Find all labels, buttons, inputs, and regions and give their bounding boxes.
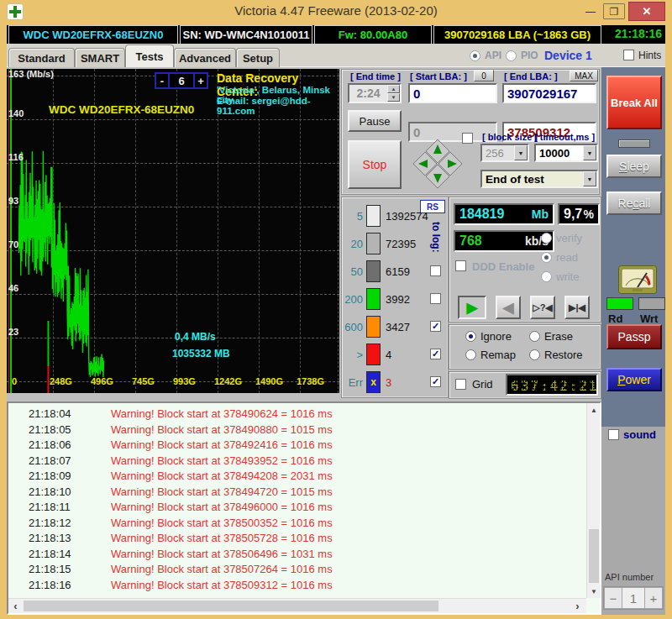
end-lba-input[interactable]: 3907029167 [502, 83, 596, 103]
log-time: 21:18:15 [29, 563, 96, 575]
scroll-right-icon[interactable]: › [570, 599, 585, 613]
log-time: 21:18:05 [29, 423, 96, 436]
busy-led-strip [618, 139, 650, 148]
x-axis-tick: 745G [132, 376, 155, 386]
window-title: Victoria 4.47 Freeware (2013-02-20) [0, 3, 672, 18]
end-action-dropdown-icon[interactable]: ▼ [583, 171, 596, 186]
start-lba-label: [ Start LBA: ] [410, 71, 467, 81]
stop-button[interactable]: Stop [348, 140, 402, 189]
device-selector-label[interactable]: Device 1 [544, 49, 592, 62]
api-radio[interactable] [470, 50, 480, 61]
nav-option-checkbox[interactable] [462, 133, 473, 144]
api-number-spinner[interactable]: − 1 + [603, 586, 664, 610]
latency-bucket-label: 50 [341, 265, 363, 278]
log-row[interactable]: 21:18:07Warning! Block start at 37849395… [29, 454, 333, 469]
bad-action-radio-erase[interactable] [529, 331, 540, 342]
break-all-button[interactable]: Break All [606, 76, 662, 129]
end-lba-max-button[interactable]: MAX [570, 70, 598, 81]
timeout-dropdown-icon[interactable]: ▼ [583, 145, 596, 160]
end-time-down-icon[interactable]: ▼ [387, 93, 400, 102]
sleep-button[interactable]: Sleep [606, 155, 662, 178]
tab-advanced[interactable]: Advanced [174, 48, 236, 67]
log-time: 21:18:07 [29, 454, 96, 467]
bad-action-radio-ignore[interactable] [465, 331, 476, 342]
log-row[interactable]: 21:18:06Warning! Block start at 37849241… [29, 438, 333, 454]
latency-bucket-label: 200 [341, 293, 363, 306]
log-row[interactable]: 21:18:09Warning! Block start at 37849420… [29, 469, 333, 485]
graph-zoom-control[interactable]: - 6 + [155, 72, 208, 89]
zoom-out-button[interactable]: - [156, 74, 170, 87]
latency-log-checkbox[interactable]: ✓ [430, 321, 441, 332]
start-lba-input[interactable]: 0 [408, 83, 497, 103]
log-row[interactable]: 21:18:14Warning! Block start at 37850649… [29, 548, 333, 563]
vertical-scroll-thumb[interactable] [589, 529, 599, 583]
log-row[interactable]: 21:18:12Warning! Block start at 37850035… [29, 517, 333, 532]
log-vertical-scrollbar[interactable]: ▲ ▼ [586, 403, 600, 598]
sound-checkbox[interactable] [608, 429, 619, 440]
ddd-enable-checkbox[interactable] [455, 260, 466, 271]
mode-radio-write[interactable] [541, 271, 552, 282]
latency-log-checkbox[interactable]: ✓ [430, 349, 441, 359]
api-number-plus-button[interactable]: + [644, 587, 663, 609]
block-size-dropdown-icon[interactable]: ▼ [514, 145, 528, 160]
latency-log-checkbox[interactable] [430, 293, 441, 304]
zoom-in-button[interactable]: + [193, 74, 207, 87]
horizontal-scroll-thumb[interactable] [24, 601, 438, 611]
timeout-combo[interactable]: 10000 ▼ [534, 144, 598, 162]
api-number-minus-button[interactable]: − [604, 587, 622, 609]
mode-radio-read[interactable] [541, 252, 552, 263]
log-horizontal-scrollbar[interactable]: ‹ › [8, 598, 586, 613]
maximize-button[interactable]: ❐ [603, 3, 625, 19]
tab-tests[interactable]: Tests [125, 45, 174, 67]
power-button[interactable]: Power [606, 368, 662, 391]
log-row[interactable]: 21:18:16Warning! Block start at 37850931… [29, 579, 333, 594]
navigation-diamond[interactable] [412, 138, 464, 193]
log-message: Warning! Block start at 378500352 = 1016… [111, 517, 333, 529]
sound-label: sound [623, 428, 656, 441]
grid-checkbox[interactable] [455, 379, 466, 390]
latency-log-checkbox[interactable] [430, 265, 441, 276]
log-row[interactable]: 21:18:10Warning! Block start at 37849472… [29, 485, 333, 501]
log-row[interactable]: 21:18:05Warning! Block start at 37849088… [29, 423, 333, 438]
pio-radio[interactable] [506, 50, 517, 61]
log-row[interactable]: 21:18:11Warning! Block start at 37849600… [29, 501, 333, 516]
bad-action-radio-remap[interactable] [465, 349, 476, 360]
end-action-combo[interactable]: End of test ▼ [480, 170, 598, 188]
end-time-up-icon[interactable]: ▲ [387, 85, 400, 93]
log-message: Warning! Block start at 378496000 = 1016… [111, 501, 333, 513]
scroll-up-icon[interactable]: ▲ [587, 403, 601, 417]
passp-button[interactable]: Passp [606, 324, 662, 349]
tab-setup[interactable]: Setup [236, 48, 280, 67]
back-button[interactable]: ◀ [496, 296, 521, 319]
end-time-spinner[interactable]: 2:24 ▲▼ [348, 83, 402, 103]
banner-email: E-mail: sergei@hdd-911.com [217, 96, 339, 116]
mode-radio-verify[interactable] [541, 233, 552, 244]
scroll-down-icon[interactable]: ▼ [587, 585, 601, 598]
log-time: 21:18:09 [29, 469, 96, 482]
log-time: 21:18:12 [29, 517, 96, 529]
log-row[interactable]: 21:18:04Warning! Block start at 37849062… [29, 407, 333, 422]
hints-checkbox[interactable] [623, 50, 634, 60]
tab-smart[interactable]: SMART [75, 48, 125, 67]
bad-action-radio-restore[interactable] [529, 349, 540, 360]
start-lba-zero-button[interactable]: 0 [474, 70, 494, 81]
recall-button[interactable]: Recall [606, 191, 662, 215]
block-size-combo[interactable]: 256 ▼ [480, 144, 529, 162]
latency-bucket-label: 20 [341, 238, 363, 250]
title-bar[interactable]: Victoria 4.47 Freeware (2013-02-20) — ❐ … [0, 0, 672, 24]
latency-log-checkbox[interactable]: ✓ [430, 376, 441, 387]
scroll-left-icon[interactable]: ‹ [8, 599, 23, 613]
tab-standard[interactable]: Standard [8, 48, 75, 67]
scan-question-button[interactable]: ▷?◀ [530, 296, 555, 319]
log-row[interactable]: 21:18:13Warning! Block start at 37850572… [29, 532, 333, 547]
log-time: 21:18:14 [29, 548, 96, 560]
scan-edge-button[interactable]: ▶|◀ [564, 296, 590, 319]
block-size-value: 256 [486, 147, 504, 160]
end-lba-label: [ End LBA: ] [504, 71, 558, 81]
pause-button[interactable]: Pause [348, 110, 402, 132]
minimize-button[interactable]: — [580, 3, 601, 19]
play-button[interactable]: ▶ [458, 296, 486, 319]
close-button[interactable]: ✕ [628, 2, 665, 21]
log-row[interactable]: 21:18:15Warning! Block start at 37850726… [29, 563, 333, 578]
speed-trace [7, 69, 339, 393]
